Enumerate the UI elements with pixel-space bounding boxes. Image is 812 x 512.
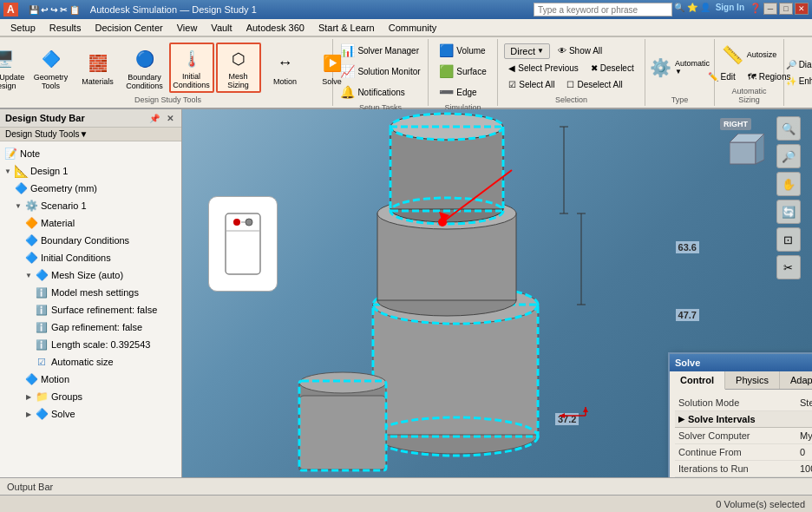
notifications-icon: 🔔 <box>340 85 355 99</box>
initial-conditions-button[interactable]: 🌡️ Initial Conditions <box>169 43 214 93</box>
menu-vault[interactable]: Vault <box>204 21 239 35</box>
fit-button[interactable]: ⊡ <box>776 227 801 252</box>
surface-button[interactable]: 🟩 Surface <box>435 62 490 81</box>
tree-item-motion[interactable]: 🔷 Motion <box>0 371 181 388</box>
callout-arrow-svg <box>434 161 538 231</box>
type-group-label: Type <box>671 94 689 104</box>
compass-right-label: RIGHT <box>720 118 751 130</box>
deselect-icon: ✖ <box>591 63 598 73</box>
regions-icon: 🗺 <box>748 72 756 82</box>
materials-button[interactable]: 🧱 Materials <box>75 43 121 93</box>
tree-item-design1[interactable]: ▼ 📐 Design 1 <box>0 162 181 180</box>
direct-dropdown-arrow: ▼ <box>537 47 544 55</box>
deselect-button[interactable]: ✖ Deselect <box>586 61 638 75</box>
dialog-section-intervals[interactable]: ▶ Solve Intervals <box>675 411 812 428</box>
solution-monitor-button[interactable]: 📈 Solution Monitor <box>336 62 424 81</box>
ribbon-content: 🖥️ Add/Update Design 🔷 Geometry Tools 🧱 … <box>0 36 812 108</box>
menu-decision-center[interactable]: Decision Center <box>88 21 169 35</box>
workspace: Design Study Bar 📌 ✕ Design Study Tools … <box>0 109 812 477</box>
tree-item-model-mesh[interactable]: ℹ️ Model mesh settings <box>0 284 181 301</box>
tree-item-material[interactable]: 🔶 Material <box>0 214 181 232</box>
tree-item-surface-ref[interactable]: ℹ️ Surface refinement: false <box>0 301 181 318</box>
diagnostics-icon: 🔎 <box>786 60 796 69</box>
edit-button[interactable]: ✏️ Edit <box>704 69 740 84</box>
design-buttons: 🖥️ Add/Update Design 🔷 Geometry Tools 🧱 … <box>0 41 355 94</box>
tree-item-meshsize[interactable]: ▼ 🔷 Mesh Size (auto) <box>0 266 181 284</box>
menu-community[interactable]: Community <box>382 21 444 35</box>
tree-item-auto-size[interactable]: ☑ Automatic size <box>0 353 181 371</box>
section-button[interactable]: ✂ <box>776 255 801 279</box>
coord-svg <box>551 403 594 429</box>
add-update-design-button[interactable]: 🖥️ Add/Update Design <box>0 43 27 93</box>
tree-item-geometry[interactable]: 🔷 Geometry (mm) <box>0 180 181 197</box>
design-study-bar: Design Study Tools ▼ <box>0 128 181 141</box>
enhancement-button[interactable]: ✨ Enhancement <box>782 74 812 89</box>
sidebar-close-icon[interactable]: ✕ <box>164 112 176 124</box>
viewport[interactable]: 63.6 47.7 37.2 <box>182 109 812 477</box>
tree-item-gap-ref[interactable]: ℹ️ Gap refinement: false <box>0 318 181 336</box>
select-previous-button[interactable]: ◀ Select Previous <box>504 61 582 75</box>
deselect-all-button[interactable]: ☐ Deselect All <box>562 77 626 92</box>
ribbon-group-autosize: 📏 Autosize ✏️ Edit 🗺 Regions Automatic S… <box>715 39 784 106</box>
tree-item-scenario1[interactable]: ▼ ⚙️ Scenario 1 <box>0 197 181 214</box>
edge-button[interactable]: ➖ Edge <box>435 82 490 102</box>
model-mesh-icon: ℹ️ <box>35 286 49 299</box>
pin-icon[interactable]: 📌 <box>148 112 160 124</box>
svg-line-25 <box>442 170 512 222</box>
solver-manager-button[interactable]: 📊 Solver Manager <box>336 41 424 60</box>
sidebar-header-icons: 📌 ✕ <box>148 112 176 124</box>
mesh-sizing-button[interactable]: ⬡ Mesh Sizing <box>216 43 261 93</box>
tree-item-boundary[interactable]: 🔷 Boundary Conditions <box>0 232 181 249</box>
iterations-label: Iterations to Run <box>678 463 800 474</box>
tree-item-note[interactable]: 📝 Note <box>0 145 181 162</box>
dialog-row-continue-from: Continue From 0 <box>675 444 812 461</box>
select-previous-row: ◀ Select Previous ✖ Deselect <box>504 61 638 75</box>
dialog-tab-control[interactable]: Control <box>670 371 725 390</box>
help-icon[interactable]: ❓ <box>750 3 762 16</box>
menu-setup[interactable]: Setup <box>3 21 43 35</box>
dialog-body: Solution Mode Steady State ▶ Solve Inter… <box>670 390 812 477</box>
close-button[interactable]: ✕ <box>795 3 809 15</box>
design-study-dropdown-arrow[interactable]: ▼ <box>79 129 88 139</box>
ribbon-group-setup: 📊 Solver Manager 📈 Solution Monitor 🔔 No… <box>333 39 429 106</box>
zoom-out-button[interactable]: 🔎 <box>776 144 801 168</box>
restore-button[interactable]: □ <box>779 3 793 15</box>
direct-dropdown-row: Direct ▼ 👁 Show All <box>504 43 638 59</box>
search-input[interactable] <box>534 3 672 16</box>
surface-ref-icon: ℹ️ <box>35 303 49 317</box>
tree-item-solve[interactable]: ▶ 🔷 Solve <box>0 405 181 423</box>
notifications-button[interactable]: 🔔 Notifications <box>336 82 424 102</box>
pan-button[interactable]: ✋ <box>776 172 801 196</box>
scenario1-icon: ⚙️ <box>24 199 38 213</box>
status-text: 0 Volume(s) selected <box>716 499 805 509</box>
solve-dialog: Solve ✕ Control Physics Adaptation Solut… <box>668 352 812 477</box>
autosize-icon: 📏 <box>722 44 743 65</box>
dim-63: 63.6 <box>676 241 699 253</box>
signin-link[interactable]: Sign In <box>716 3 744 16</box>
edge-icon: ➖ <box>439 85 454 99</box>
menu-view[interactable]: View <box>170 21 205 35</box>
ribbon-group-simulation: 🟦 Volume 🟩 Surface ➖ Edge Simulation <box>429 39 498 106</box>
minimize-button[interactable]: ─ <box>763 3 777 15</box>
tree-item-groups[interactable]: ▶ 📁 Groups <box>0 388 181 405</box>
direct-dropdown[interactable]: Direct ▼ <box>504 43 550 59</box>
volume-button[interactable]: 🟦 Volume <box>435 41 490 60</box>
solver-manager-icon: 📊 <box>340 43 355 57</box>
tree-item-initial[interactable]: 🔷 Initial Conditions <box>0 249 181 266</box>
setup-buttons: 📊 Solver Manager 📈 Solution Monitor 🔔 No… <box>336 41 424 102</box>
tree-item-length-scale[interactable]: ℹ️ Length scale: 0.392543 <box>0 336 181 353</box>
motion-button[interactable]: ↔️ Motion <box>263 43 308 93</box>
diagnostics-button[interactable]: 🔎 Diagnostics <box>782 57 812 72</box>
boundary-conditions-button[interactable]: 🔵 Boundary Conditions <box>122 43 167 93</box>
automatic-dropdown-arrow: ▼ <box>675 68 682 75</box>
dialog-tab-physics[interactable]: Physics <box>725 371 780 389</box>
orbit-button[interactable]: 🔄 <box>776 200 801 224</box>
menu-autodesk360[interactable]: Autodesk 360 <box>239 21 311 35</box>
menu-results[interactable]: Results <box>43 21 88 35</box>
select-all-button[interactable]: ☑ Select All <box>504 77 559 92</box>
geometry-tools-button[interactable]: 🔷 Geometry Tools <box>29 43 74 93</box>
dialog-tab-adaptation[interactable]: Adaptation <box>780 371 812 389</box>
menu-start-learn[interactable]: Start & Learn <box>311 21 382 35</box>
show-all-button[interactable]: 👁 Show All <box>553 43 606 58</box>
zoom-in-button[interactable]: 🔍 <box>776 116 801 141</box>
